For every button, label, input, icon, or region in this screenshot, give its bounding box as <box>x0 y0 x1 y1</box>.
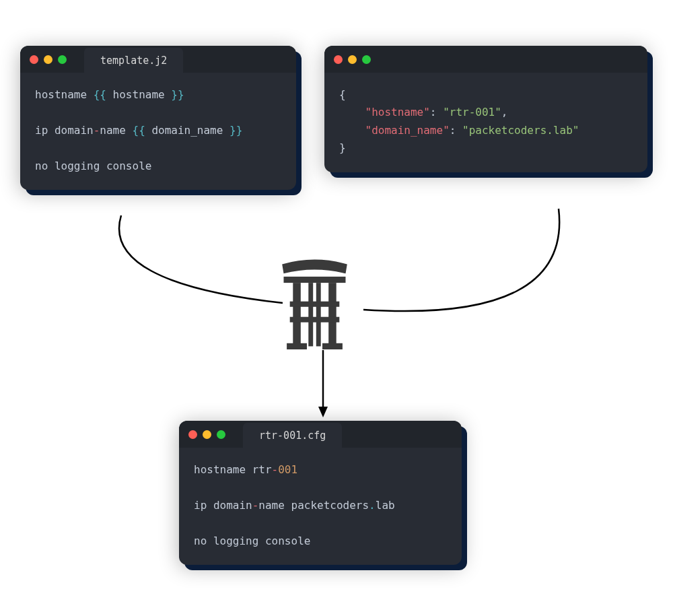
svg-rect-1 <box>284 277 346 283</box>
template-window: template.j2 hostname {{ hostname }} ip d… <box>20 46 296 190</box>
svg-marker-0 <box>318 407 328 417</box>
close-icon[interactable] <box>334 55 343 64</box>
template-content: hostname {{ hostname }} ip domain-name {… <box>20 73 296 190</box>
zoom-icon[interactable] <box>217 430 225 439</box>
svg-rect-4 <box>290 302 340 307</box>
svg-rect-6 <box>308 283 313 346</box>
svg-rect-3 <box>328 283 336 346</box>
close-icon[interactable] <box>30 55 38 64</box>
output-content: hostname rtr-001 ip domain-name packetco… <box>179 448 462 565</box>
json-window: { "hostname": "rtr-001", "domain_name": … <box>324 46 647 172</box>
svg-rect-5 <box>290 317 340 322</box>
jinja-logo-icon <box>276 256 353 350</box>
minimize-icon[interactable] <box>348 55 357 64</box>
output-tab: rtr-001.cfg <box>243 423 342 448</box>
minimize-icon[interactable] <box>44 55 52 64</box>
minimize-icon[interactable] <box>203 430 211 439</box>
svg-rect-2 <box>293 283 301 346</box>
zoom-icon[interactable] <box>362 55 371 64</box>
json-titlebar <box>324 46 647 73</box>
svg-rect-7 <box>316 283 321 346</box>
output-window: rtr-001.cfg hostname rtr-001 ip domain-n… <box>179 421 462 565</box>
output-titlebar: rtr-001.cfg <box>179 421 462 448</box>
template-tab: template.j2 <box>84 48 183 73</box>
json-content: { "hostname": "rtr-001", "domain_name": … <box>324 73 647 172</box>
zoom-icon[interactable] <box>58 55 67 64</box>
svg-rect-9 <box>322 343 343 349</box>
template-titlebar: template.j2 <box>20 46 296 73</box>
svg-rect-8 <box>287 343 307 349</box>
close-icon[interactable] <box>188 430 197 439</box>
